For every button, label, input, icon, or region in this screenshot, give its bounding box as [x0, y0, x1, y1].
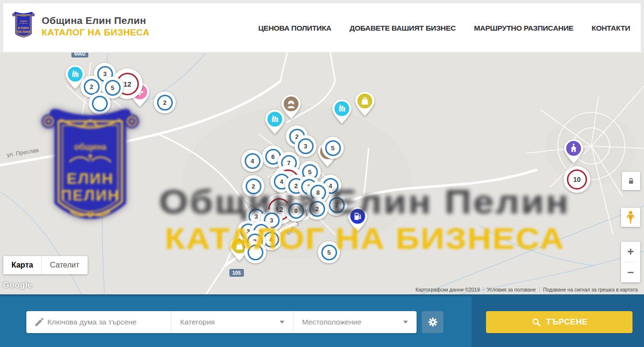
cluster-marker[interactable]: 3 — [294, 135, 316, 157]
keyword-section — [26, 311, 171, 333]
site-logo[interactable]: община ЕЛИН ПЕЛИН Община Елин Пелин КАТА… — [12, 11, 149, 42]
map-type-control: Карта Сателит — [3, 256, 88, 274]
location-dropdown-label: Местоположение — [294, 318, 403, 326]
category-dropdown-label: Категория — [171, 318, 279, 326]
cluster-marker[interactable]: 5 — [318, 241, 340, 263]
cluster-count: 2 — [157, 95, 173, 111]
svg-text:община: община — [20, 20, 27, 22]
attribution-link[interactable]: Подаване на сигнал за грешка в картата — [540, 287, 641, 292]
shopping-bag-pin[interactable] — [354, 91, 375, 117]
gear-icon — [427, 316, 439, 328]
cluster-count: 3 — [298, 138, 314, 154]
cluster-count: 2 — [329, 197, 345, 213]
zoom-out-button[interactable]: − — [621, 262, 640, 282]
satellite-button[interactable]: Сателит — [41, 256, 87, 274]
site-subtitle: КАТАЛОГ НА БИЗНЕСА — [42, 27, 149, 38]
municipality-emblem-icon: община ЕЛИН ПЕЛИН — [12, 11, 35, 42]
cluster-marker[interactable]: 8 — [285, 200, 307, 222]
main-nav: ЦЕНОВА ПОЛИТИКАДОБАВЕТЕ ВАШИЯТ БИЗНЕСМАР… — [259, 3, 630, 53]
nav-item-1[interactable]: ДОБАВЕТЕ ВАШИЯТ БИЗНЕС — [350, 24, 456, 33]
attribution-link[interactable]: Условия за ползване — [484, 287, 539, 292]
search-icon — [531, 317, 542, 327]
search-button-label: ТЪРСЕНЕ — [546, 317, 588, 327]
location-dropdown[interactable]: Местоположение — [293, 311, 417, 333]
cluster-count: 2 — [309, 201, 325, 217]
cluster-marker[interactable] — [244, 241, 266, 263]
zoom-control: + − — [621, 242, 640, 282]
chevron-down-icon — [403, 321, 408, 324]
cluster-marker[interactable]: 4 — [241, 150, 263, 172]
cluster-count: 8 — [288, 203, 304, 219]
map-button[interactable]: Карта — [3, 256, 41, 274]
category-dropdown[interactable]: Категория — [171, 311, 293, 333]
cluster-marker[interactable]: 10 — [564, 166, 590, 193]
search-button[interactable]: ТЪРСЕНЕ — [486, 311, 633, 333]
cluster-count: 10 — [567, 169, 587, 190]
svg-text:ЕЛИН: ЕЛИН — [18, 26, 29, 30]
header: община ЕЛИН ПЕЛИН Община Елин Пелин КАТА… — [0, 0, 644, 53]
factory-pin[interactable] — [264, 110, 285, 135]
factory-pin[interactable] — [331, 99, 352, 124]
cluster-count: 4 — [245, 153, 260, 169]
cluster-marker[interactable]: 5 — [322, 137, 344, 159]
fuel-pin[interactable] — [347, 207, 368, 232]
pegman-icon — [624, 210, 637, 224]
cluster-count: 2 — [246, 179, 261, 194]
nav-item-3[interactable]: КОНТАКТИ — [592, 24, 630, 33]
church-pin[interactable] — [563, 139, 584, 164]
road-badge: 6002 — [71, 53, 88, 57]
zoom-in-button[interactable]: + — [621, 242, 640, 262]
search-bar: Категория Местоположение — [0, 294, 644, 347]
cluster-marker[interactable]: 2 — [326, 194, 348, 216]
nav-item-2[interactable]: МАРШРУТНО РАЗПИСАНИЕ — [474, 24, 574, 33]
cluster-count: 5 — [321, 245, 337, 260]
attribution-text: Картографски данни ©2019 — [412, 287, 483, 292]
site-title: Община Елин Пелин — [42, 15, 149, 26]
lock-button[interactable] — [622, 172, 640, 190]
cluster-count: 5 — [105, 80, 121, 96]
keyword-search-input[interactable] — [47, 318, 171, 326]
street-view-pegman-button[interactable] — [621, 208, 640, 227]
pencil-icon — [34, 317, 45, 327]
cluster-count — [92, 96, 108, 112]
nav-item-0[interactable]: ЦЕНОВА ПОЛИТИКА — [259, 24, 331, 33]
cluster-count — [248, 245, 263, 260]
google-logo[interactable]: Google — [3, 280, 33, 290]
advanced-search-button[interactable] — [422, 311, 443, 333]
lock-icon — [626, 176, 636, 186]
svg-text:ПЕЛИН: ПЕЛИН — [17, 30, 31, 34]
search-input-group: Категория Местоположение — [26, 311, 417, 333]
business-catalog-page: община ЕЛИН ПЕЛИН Община Елин Пелин КАТА… — [0, 0, 644, 347]
cluster-marker[interactable]: 2 — [306, 198, 328, 220]
google-map[interactable]: община ЕЛИН ПЕЛИН Община Елин Пелин КАТА… — [0, 53, 644, 294]
cluster-count: 5 — [325, 140, 341, 156]
map-attribution: Картографски данни ©2019Условия за ползв… — [412, 287, 641, 292]
chevron-down-icon — [280, 321, 284, 324]
road-badge: 105 — [229, 269, 244, 277]
cluster-marker[interactable]: 2 — [154, 91, 176, 113]
cluster-marker[interactable]: 2 — [242, 175, 264, 197]
cluster-marker[interactable] — [89, 92, 111, 114]
